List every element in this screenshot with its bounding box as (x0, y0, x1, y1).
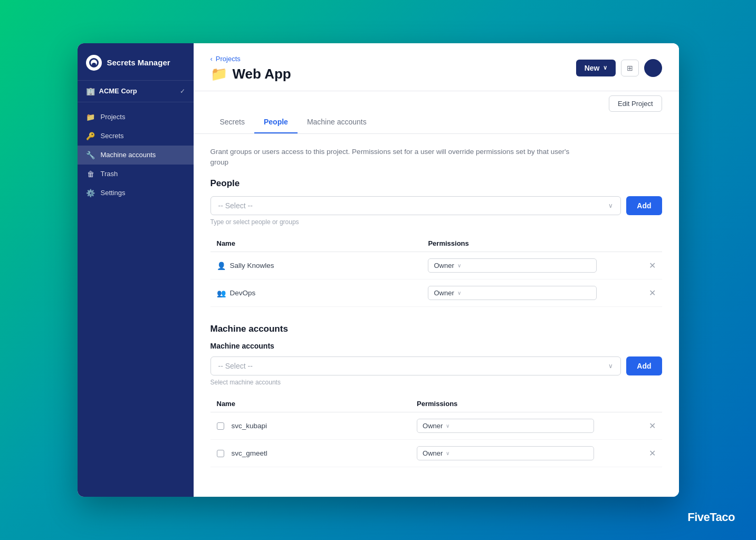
tab-bar: Secrets People Machine accounts (194, 111, 679, 134)
people-table: Name Permissions 👤 Sally Knowles (210, 235, 662, 307)
machine-checkbox[interactable] (217, 450, 224, 457)
machine-select-dropdown[interactable]: -- Select -- ∨ (210, 356, 621, 375)
chevron-down-icon: ∨ (608, 202, 613, 209)
sidebar-nav: 📁 Projects 🔑 Secrets 🔧 Machine accounts … (78, 102, 194, 497)
people-hint: Type or select people or groups (210, 218, 662, 226)
machine-subsection-title: Machine accounts (210, 342, 662, 350)
app-name: Secrets Manager (107, 58, 170, 67)
machine-select-row: -- Select -- ∨ Add (210, 356, 662, 375)
new-button-label: New (585, 64, 600, 72)
machine-section-title: Machine accounts (210, 324, 662, 334)
machine-add-button[interactable]: Add (626, 356, 662, 375)
page-title-icon: 📁 (210, 66, 227, 82)
chevron-down-icon: ∨ (446, 423, 449, 429)
chevron-down-icon: ✓ (180, 88, 185, 95)
avatar[interactable] (644, 59, 662, 77)
table-row: 👤 Sally Knowles Owner ∨ (210, 252, 662, 279)
chevron-down-icon: ∨ (457, 290, 461, 296)
table-row: svc_kubapi Owner ∨ ✕ (210, 412, 662, 440)
app-logo (86, 55, 102, 71)
machine-select-placeholder: -- Select -- (218, 362, 253, 370)
sidebar-item-settings[interactable]: ⚙️ Settings (78, 184, 194, 202)
settings-icon: ⚙️ (86, 189, 95, 197)
remove-machine-button[interactable]: ✕ (607, 448, 656, 458)
org-name: ACME Corp (99, 87, 137, 95)
org-icon: 🏢 (86, 87, 95, 95)
chevron-down-icon: ∨ (446, 450, 449, 456)
people-name-header: Name (210, 235, 422, 252)
sidebar-item-trash[interactable]: 🗑 Trash (78, 165, 194, 184)
secrets-icon: 🔑 (86, 132, 95, 140)
tab-secrets[interactable]: Secrets (210, 111, 254, 133)
people-select-row: -- Select -- ∨ Add (210, 196, 662, 215)
tab-machine-accounts[interactable]: Machine accounts (298, 111, 376, 133)
machine-name: svc_kubapi (232, 422, 267, 430)
sidebar-item-label: Projects (101, 113, 126, 121)
sidebar: Secrets Manager 🏢 ACME Corp ✓ 📁 Projects… (78, 43, 194, 497)
grid-view-button[interactable]: ⊞ (621, 60, 639, 76)
chevron-down-icon: ∨ (457, 263, 461, 268)
people-add-button[interactable]: Add (626, 196, 662, 215)
person-icon: 👤 (217, 262, 226, 270)
fivetaco-brand: FiveTaco (687, 510, 735, 524)
machine-accounts-section: Machine accounts Machine accounts -- Sel… (210, 324, 662, 467)
content-body: Grant groups or users access to this pro… (194, 134, 679, 497)
table-row: svc_gmeetl Owner ∨ ✕ (210, 440, 662, 467)
sidebar-item-secrets[interactable]: 🔑 Secrets (78, 127, 194, 146)
chevron-down-icon: ∨ (608, 362, 613, 370)
machine-permission-select[interactable]: Owner ∨ (417, 446, 594, 460)
people-select-dropdown[interactable]: -- Select -- ∨ (210, 196, 621, 215)
description-text: Grant groups or users access to this pro… (210, 147, 580, 168)
person-permission-select[interactable]: Owner ∨ (428, 258, 597, 273)
remove-machine-button[interactable]: ✕ (607, 421, 656, 431)
header-actions: New ∨ ⊞ (576, 55, 662, 77)
group-permission-select[interactable]: Owner ∨ (428, 286, 597, 300)
sidebar-item-label: Secrets (101, 132, 124, 140)
machine-name: svc_gmeetl (232, 449, 267, 457)
grid-icon: ⊞ (627, 64, 633, 72)
trash-icon: 🗑 (86, 170, 95, 178)
main-content: ‹ Projects 📁 Web App New ∨ ⊞ (194, 43, 679, 497)
page-title: 📁 Web App (210, 66, 576, 82)
tab-people[interactable]: People (254, 111, 298, 133)
machine-permission-select[interactable]: Owner ∨ (417, 419, 594, 433)
group-icon: 👥 (217, 289, 226, 297)
breadcrumb-arrow-icon: ‹ (210, 55, 213, 63)
sidebar-item-label: Settings (101, 189, 126, 197)
edit-project-button[interactable]: Edit Project (609, 95, 662, 112)
sidebar-item-label: Machine accounts (101, 151, 156, 159)
machine-table: Name Permissions svc_kubapi (210, 396, 662, 467)
chevron-down-icon: ∨ (603, 64, 607, 71)
group-name: DevOps (230, 289, 256, 297)
main-header: ‹ Projects 📁 Web App New ∨ ⊞ (194, 43, 679, 91)
machine-checkbox[interactable] (217, 422, 224, 430)
page-title-text: Web App (233, 66, 291, 82)
remove-person-button[interactable]: ✕ (609, 261, 656, 271)
remove-group-button[interactable]: ✕ (609, 288, 656, 298)
person-name: Sally Knowles (230, 262, 274, 269)
people-permissions-header: Permissions (422, 235, 603, 252)
edit-project-row: Edit Project (194, 91, 679, 112)
machine-hint: Select machine accounts (210, 379, 662, 386)
machine-name-header: Name (210, 396, 411, 412)
breadcrumb-label: Projects (216, 55, 241, 63)
machine-permissions-header: Permissions (410, 396, 600, 412)
people-select-placeholder: -- Select -- (218, 201, 253, 210)
people-section-title: People (210, 178, 662, 189)
sidebar-item-label: Trash (101, 170, 118, 178)
people-section: People -- Select -- ∨ Add Type or select… (210, 178, 662, 307)
sidebar-item-projects[interactable]: 📁 Projects (78, 108, 194, 127)
machine-accounts-icon: 🔧 (86, 151, 95, 159)
sidebar-item-machine-accounts[interactable]: 🔧 Machine accounts (78, 146, 194, 165)
projects-icon: 📁 (86, 113, 95, 121)
table-row: 👥 DevOps Owner ∨ ✕ (210, 279, 662, 307)
breadcrumb[interactable]: ‹ Projects (210, 55, 576, 63)
new-button[interactable]: New ∨ (576, 60, 616, 76)
org-selector[interactable]: 🏢 ACME Corp ✓ (78, 81, 194, 102)
sidebar-header: Secrets Manager (78, 43, 194, 81)
